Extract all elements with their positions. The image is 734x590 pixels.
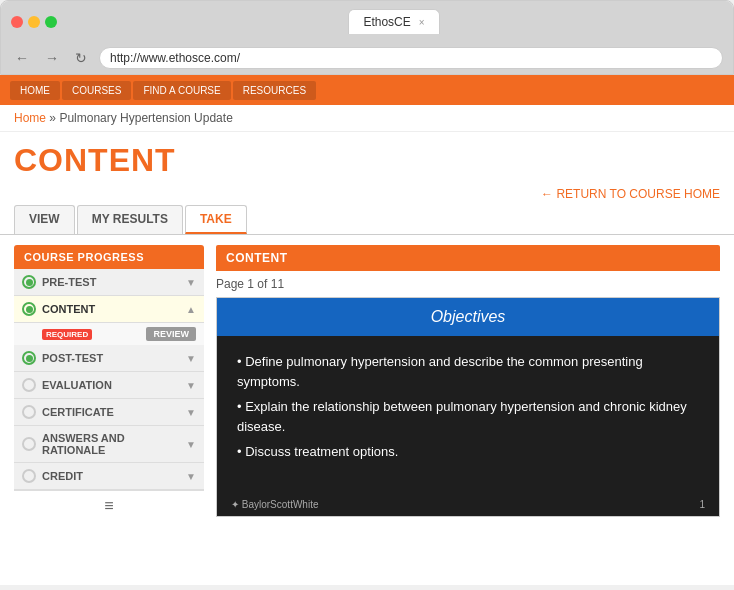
radio-answers	[22, 437, 36, 451]
credit-label: CREDIT	[42, 470, 83, 482]
sidebar-item-posttest[interactable]: POST-TEST ▼	[14, 345, 204, 372]
evaluation-label: EVALUATION	[42, 379, 112, 391]
radio-credit	[22, 469, 36, 483]
sidebar-header: COURSE PROGRESS	[14, 245, 204, 269]
answers-label: ANSWERS AND RATIONALE	[42, 432, 180, 456]
breadcrumb-separator: »	[49, 111, 59, 125]
maximize-dot[interactable]	[45, 16, 57, 28]
sidebar-item-answers[interactable]: ANSWERS AND RATIONALE ▼	[14, 426, 204, 463]
tab-nav: VIEW MY RESULTS TAKE	[0, 205, 734, 235]
sidebar-item-certificate[interactable]: CERTIFICATE ▼	[14, 399, 204, 426]
breadcrumb: Home » Pulmonary Hypertension Update	[0, 105, 734, 132]
radio-evaluation	[22, 378, 36, 392]
return-bar: RETURN TO COURSE HOME	[0, 183, 734, 205]
posttest-arrow: ▼	[186, 353, 196, 364]
posttest-label: POST-TEST	[42, 352, 103, 364]
content-label: CONTENT	[42, 303, 95, 315]
close-dot[interactable]	[11, 16, 23, 28]
forward-button[interactable]: →	[41, 48, 63, 68]
browser-tab[interactable]: EthosCE ×	[348, 9, 439, 34]
breadcrumb-current: Pulmonary Hypertension Update	[59, 111, 232, 125]
tab-close[interactable]: ×	[419, 17, 425, 28]
evaluation-arrow: ▼	[186, 380, 196, 391]
bullet-1: Define pulmonary hypertension and descri…	[237, 352, 699, 391]
credit-arrow: ▼	[186, 471, 196, 482]
slide-body: Define pulmonary hypertension and descri…	[217, 336, 719, 493]
nav-find-course[interactable]: FIND A COURSE	[133, 81, 230, 100]
radio-certificate	[22, 405, 36, 419]
radio-posttest	[22, 351, 36, 365]
page-content: HOME COURSES FIND A COURSE RESOURCES Hom…	[0, 75, 734, 585]
sidebar-item-content[interactable]: CONTENT ▲	[14, 296, 204, 323]
page-heading: CONTENT	[0, 132, 734, 183]
top-nav: HOME COURSES FIND A COURSE RESOURCES	[0, 75, 734, 105]
pretest-arrow: ▼	[186, 277, 196, 288]
slide: Objectives Define pulmonary hypertension…	[217, 298, 719, 516]
minimize-dot[interactable]	[28, 16, 40, 28]
url-bar[interactable]: http://www.ethosce.com/	[99, 47, 723, 69]
nav-courses[interactable]: COURSES	[62, 81, 131, 100]
radio-pretest	[22, 275, 36, 289]
refresh-button[interactable]: ↻	[71, 48, 91, 68]
certificate-label: CERTIFICATE	[42, 406, 114, 418]
slide-title: Objectives	[217, 298, 719, 336]
bullet-3: Discuss treatment options.	[237, 442, 699, 462]
tab-my-results[interactable]: MY RESULTS	[77, 205, 183, 234]
sidebar: COURSE PROGRESS PRE-TEST ▼ CONTENT ▲ REQ…	[14, 245, 204, 521]
sidebar-item-evaluation[interactable]: EVALUATION ▼	[14, 372, 204, 399]
content-arrow: ▲	[186, 304, 196, 315]
breadcrumb-home[interactable]: Home	[14, 111, 46, 125]
main-layout: COURSE PROGRESS PRE-TEST ▼ CONTENT ▲ REQ…	[0, 235, 734, 531]
nav-resources[interactable]: RESOURCES	[233, 81, 316, 100]
slide-page-num: 1	[699, 499, 705, 510]
address-bar-row: ← → ↻ http://www.ethosce.com/	[1, 42, 733, 74]
bullet-2: Explain the relationship between pulmona…	[237, 397, 699, 436]
certificate-arrow: ▼	[186, 407, 196, 418]
sidebar-item-credit[interactable]: CREDIT ▼	[14, 463, 204, 490]
tab-view[interactable]: VIEW	[14, 205, 75, 234]
traffic-lights	[11, 16, 57, 28]
page-indicator: Page 1 of 11	[216, 271, 720, 297]
content-area-header: CONTENT	[216, 245, 720, 271]
slide-bullets: Define pulmonary hypertension and descri…	[237, 352, 699, 462]
menu-icon[interactable]: ≡	[14, 490, 204, 521]
tab-take[interactable]: TAKE	[185, 205, 247, 234]
back-button[interactable]: ←	[11, 48, 33, 68]
content-area: CONTENT Page 1 of 11 Objectives Define p…	[216, 245, 720, 521]
page-title: CONTENT	[14, 142, 720, 179]
slide-container: Objectives Define pulmonary hypertension…	[216, 297, 720, 517]
browser-window: EthosCE × ← → ↻ http://www.ethosce.com/	[0, 0, 734, 75]
return-to-course-link[interactable]: RETURN TO COURSE HOME	[541, 187, 720, 201]
title-bar: EthosCE ×	[1, 1, 733, 42]
nav-home[interactable]: HOME	[10, 81, 60, 100]
required-badge: REQUIRED	[42, 329, 92, 340]
sidebar-content-sub: REQUIRED REVIEW	[14, 323, 204, 345]
pretest-label: PRE-TEST	[42, 276, 96, 288]
slide-footer: ✦ BaylorScottWhite 1	[217, 493, 719, 516]
slide-logo: ✦ BaylorScottWhite	[231, 499, 318, 510]
answers-arrow: ▼	[186, 439, 196, 450]
tab-title: EthosCE	[363, 15, 410, 29]
radio-content	[22, 302, 36, 316]
sidebar-item-pretest[interactable]: PRE-TEST ▼	[14, 269, 204, 296]
review-button[interactable]: REVIEW	[146, 327, 196, 341]
